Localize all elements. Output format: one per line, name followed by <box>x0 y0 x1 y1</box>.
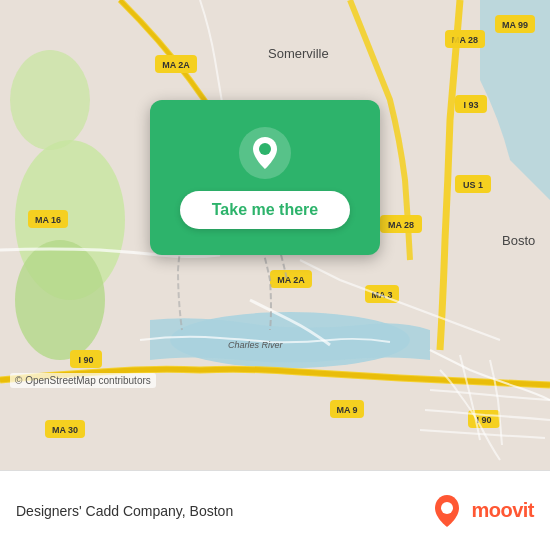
svg-text:Somerville: Somerville <box>268 46 329 61</box>
location-pin-icon <box>239 127 291 179</box>
svg-text:Bosto: Bosto <box>502 233 535 248</box>
svg-point-4 <box>10 50 90 150</box>
bottom-bar: Designers' Cadd Company, Boston moovit <box>0 470 550 550</box>
svg-text:US 1: US 1 <box>463 180 483 190</box>
moovit-logo-icon <box>429 493 465 529</box>
svg-text:MA 2A: MA 2A <box>162 60 190 70</box>
svg-text:I 90: I 90 <box>78 355 93 365</box>
svg-point-38 <box>441 502 453 514</box>
location-info: Designers' Cadd Company, Boston <box>16 503 233 519</box>
svg-text:MA 16: MA 16 <box>35 215 61 225</box>
location-name: Designers' Cadd Company, Boston <box>16 503 233 519</box>
take-me-there-button[interactable]: Take me there <box>180 191 350 229</box>
svg-text:MA 28: MA 28 <box>388 220 414 230</box>
svg-text:MA 2A: MA 2A <box>277 275 305 285</box>
svg-point-3 <box>15 240 105 360</box>
svg-text:MA 30: MA 30 <box>52 425 78 435</box>
svg-text:Charles River: Charles River <box>228 340 284 350</box>
svg-text:I 93: I 93 <box>463 100 478 110</box>
svg-text:MA 99: MA 99 <box>502 20 528 30</box>
moovit-logo: moovit <box>429 493 534 529</box>
map-container: MA 2A MA 2A MA 28 MA 99 I 93 US 1 MA 16 … <box>0 0 550 470</box>
copyright-text: © OpenStreetMap contributors <box>10 373 156 388</box>
moovit-text: moovit <box>471 499 534 522</box>
svg-text:MA 9: MA 9 <box>336 405 357 415</box>
card-overlay: Take me there <box>150 100 380 255</box>
svg-point-37 <box>259 143 271 155</box>
